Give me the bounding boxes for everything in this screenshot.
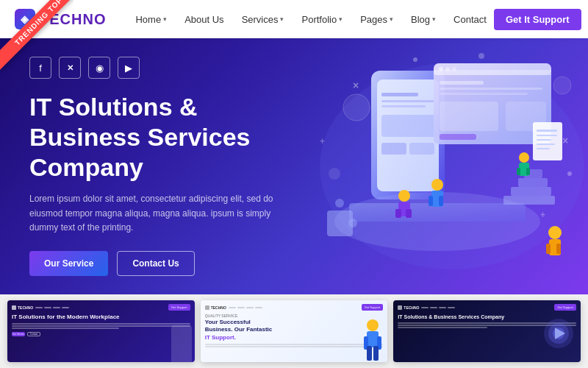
text-line <box>205 346 384 347</box>
logo-text: TECHNO <box>40 11 106 28</box>
logo[interactable]: ◈ TECHNO <box>15 9 106 29</box>
svg-rect-11 <box>434 70 551 75</box>
nav-item-blog[interactable]: Blog ▾ <box>404 10 443 29</box>
preview-logo-icon <box>12 305 16 310</box>
chevron-down-icon: ▾ <box>432 15 436 23</box>
preview-title-2: Your SuccessfulBusiness. Our FantasticIT… <box>205 319 384 342</box>
svg-rect-37 <box>517 168 520 175</box>
svg-point-60 <box>478 53 484 59</box>
chevron-down-icon: ▾ <box>163 15 167 23</box>
svg-rect-20 <box>440 134 476 140</box>
service-button[interactable]: Our Service <box>29 251 108 276</box>
svg-rect-42 <box>556 244 561 254</box>
nav-item-pages[interactable]: Pages ▾ <box>353 10 401 29</box>
svg-point-52 <box>343 94 370 121</box>
svg-point-35 <box>519 152 529 163</box>
svg-point-13 <box>445 67 450 71</box>
preview-text <box>12 323 190 329</box>
hero-content: f ✕ ◉ ▶ IT Solutions & Business Services… <box>0 38 309 294</box>
svg-point-61 <box>567 171 572 176</box>
svg-point-62 <box>367 319 379 331</box>
preview-card-1[interactable]: TECHNO Get Support IT Solutions for the … <box>7 300 195 362</box>
cta-button[interactable]: Get It Support <box>494 9 581 30</box>
preview-logo-text: TECHNO <box>211 305 226 310</box>
svg-rect-16 <box>440 88 542 90</box>
svg-point-39 <box>548 226 562 239</box>
svg-text:+: + <box>540 210 545 220</box>
chevron-down-icon: ▾ <box>390 15 393 23</box>
hero-illustration: × × + + <box>279 38 588 294</box>
svg-rect-23 <box>503 196 555 205</box>
hero-section: f ✕ ◉ ▶ IT Solutions & Business Services… <box>0 38 588 294</box>
preview-cta: Get Support <box>362 304 384 311</box>
nav-item-home[interactable]: Home ▾ <box>128 10 174 29</box>
preview-nav-line <box>237 307 245 308</box>
text-line <box>398 327 487 328</box>
svg-text:×: × <box>353 79 359 91</box>
svg-rect-48 <box>537 148 550 149</box>
person-svg <box>359 318 386 362</box>
svg-point-53 <box>553 77 571 94</box>
text-line <box>12 325 190 327</box>
preview-person-illustration <box>359 318 386 362</box>
svg-point-51 <box>348 219 357 227</box>
svg-point-31 <box>431 179 443 191</box>
svg-rect-63 <box>367 331 379 347</box>
text-line <box>205 344 384 345</box>
preview-card-2[interactable]: TECHNO Get Support QUALITY SERVICE Your … <box>201 300 388 362</box>
preview-card-3[interactable]: TECHNO Get Support IT Solutions & Busine… <box>393 300 581 362</box>
youtube-icon[interactable]: ▶ <box>118 57 140 79</box>
contact-button[interactable]: Contact Us <box>117 251 194 276</box>
svg-rect-18 <box>440 102 498 131</box>
preview-logo-text: TECHNO <box>18 305 33 310</box>
preview-nav-line <box>430 307 437 308</box>
preview-nav-line <box>448 307 455 308</box>
facebook-icon[interactable]: f <box>29 57 51 79</box>
social-icons: f ✕ ◉ ▶ <box>29 57 279 79</box>
preview-btn: Our Service <box>12 332 25 336</box>
preview-title-1: IT Solutions for the Modern Workplace <box>12 314 190 321</box>
nav-item-contact[interactable]: Contact <box>446 10 494 29</box>
text-line <box>12 328 119 329</box>
svg-rect-41 <box>546 244 551 254</box>
svg-rect-25 <box>518 178 548 187</box>
preview-nav-line <box>246 307 254 308</box>
svg-rect-4 <box>381 100 434 102</box>
hero-buttons: Our Service Contact Us <box>29 251 279 276</box>
svg-rect-67 <box>373 346 379 361</box>
svg-point-50 <box>335 199 344 208</box>
chevron-down-icon: ▾ <box>280 15 284 23</box>
preview-nav-line <box>35 307 43 308</box>
hero-description: Lorem ipsum dolor sit amet, consectetur … <box>29 192 279 235</box>
preview-nav-line <box>62 307 69 308</box>
nav-item-services[interactable]: Services ▾ <box>234 10 292 29</box>
svg-text:+: + <box>320 136 325 146</box>
svg-point-27 <box>398 190 410 202</box>
logo-icon: ◈ <box>15 9 35 29</box>
preview-person-silhouette <box>171 325 192 362</box>
svg-rect-66 <box>367 346 372 361</box>
svg-rect-45 <box>537 135 557 136</box>
twitter-icon[interactable]: ✕ <box>59 57 81 79</box>
main-nav: Home ▾ About Us Services ▾ Portfolio ▾ P… <box>128 10 493 29</box>
svg-rect-7 <box>381 143 406 155</box>
preview-logo-icon <box>205 305 209 310</box>
isometric-illustration: × × + + <box>290 49 584 284</box>
svg-rect-8 <box>409 143 434 155</box>
preview-logo-text: TECHNO <box>404 305 419 310</box>
svg-rect-29 <box>395 209 401 218</box>
instagram-icon[interactable]: ◉ <box>88 57 110 79</box>
svg-rect-47 <box>537 144 555 145</box>
nav-item-portfolio[interactable]: Portfolio ▾ <box>294 10 350 29</box>
svg-rect-24 <box>511 187 551 196</box>
svg-rect-3 <box>381 93 418 96</box>
text-line <box>12 323 190 325</box>
preview-cta: Get Support <box>168 304 190 311</box>
preview-thumbnails: TECHNO Get Support IT Solutions for the … <box>0 294 588 368</box>
nav-item-about[interactable]: About Us <box>177 10 231 29</box>
preview-nav-2: TECHNO Get Support <box>205 304 384 311</box>
preview-btn-outline: Contact <box>27 332 40 336</box>
svg-point-59 <box>413 57 417 62</box>
preview-logo-icon <box>398 305 402 310</box>
svg-rect-46 <box>537 139 551 141</box>
